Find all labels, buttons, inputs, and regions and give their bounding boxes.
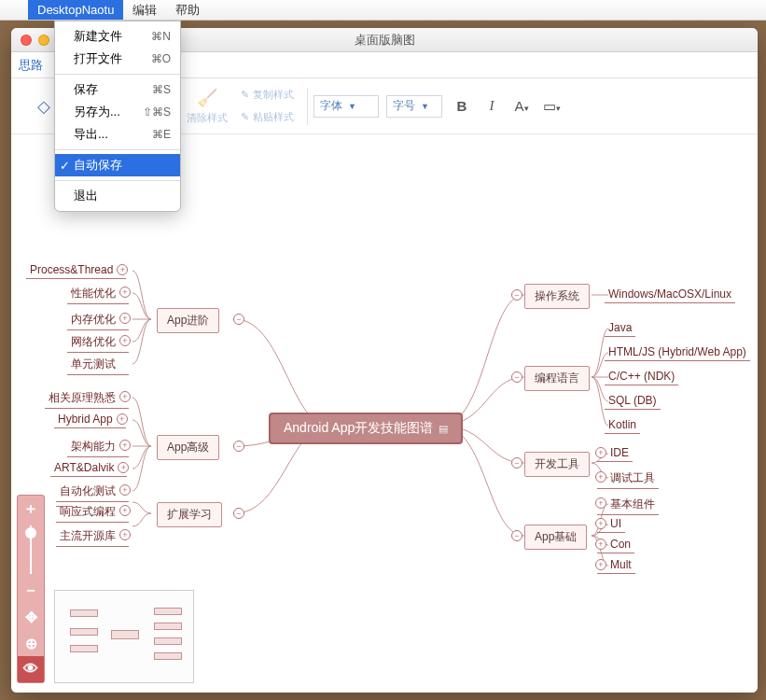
menu-export[interactable]: 导出...⌘E	[55, 123, 180, 146]
leaf[interactable]: Windows/MacOSX/Linux	[605, 286, 735, 303]
expand-port[interactable]: −	[511, 289, 522, 301]
expand-icon[interactable]: +	[119, 505, 131, 516]
expand-port[interactable]: −	[511, 530, 522, 541]
node-app-advance[interactable]: App进阶	[157, 308, 219, 333]
zoom-out-button[interactable]: −	[18, 578, 44, 604]
expand-icon[interactable]: +	[119, 313, 131, 324]
zoom-control: ＋ − ✥ ⊕ 👁	[17, 495, 45, 683]
chevron-down-icon: ▼	[348, 102, 356, 111]
expand-icon[interactable]: +	[119, 335, 131, 346]
leaf[interactable]: 自动化测试+	[56, 482, 129, 502]
leaf[interactable]: 内存优化+	[67, 310, 129, 330]
expand-port[interactable]: −	[511, 371, 522, 383]
leaf[interactable]: 主流开源库+	[56, 526, 129, 547]
node-basic[interactable]: App基础	[524, 525, 587, 550]
leaf[interactable]: +IDE	[597, 444, 633, 462]
copy-style-icon: ✎	[241, 89, 249, 101]
leaf[interactable]: 响应式编程+	[56, 502, 129, 523]
move-button[interactable]: ✥	[18, 604, 44, 630]
expand-icon[interactable]: +	[595, 539, 606, 550]
zoom-slider-handle[interactable]	[25, 527, 36, 539]
mindmap-canvas[interactable]: Android App开发技能图谱▤ App进阶 − App高级 − 扩展学习 …	[11, 134, 758, 693]
expand-icon[interactable]: +	[595, 497, 606, 509]
expand-icon[interactable]: +	[119, 529, 131, 540]
leaf[interactable]: Hybrid App+	[54, 411, 126, 428]
expand-icon[interactable]: +	[595, 471, 606, 483]
leaf[interactable]: +调试工具	[597, 469, 659, 489]
bold-button[interactable]: B	[452, 98, 472, 114]
minimap[interactable]	[54, 590, 194, 683]
expand-icon[interactable]: +	[119, 484, 131, 496]
leaf[interactable]: 单元测试	[67, 355, 129, 375]
tool-copy-paste-style: ✎复制样式 ✎粘贴样式	[232, 83, 301, 130]
expand-icon[interactable]: +	[119, 287, 131, 298]
check-icon: ✓	[60, 159, 70, 173]
fill-color-button[interactable]: ▭▾	[541, 98, 562, 115]
leaf[interactable]: 相关原理熟悉+	[45, 388, 129, 409]
clear-style-icon: 🧹	[196, 87, 218, 109]
leaf[interactable]: C/C++ (NDK)	[605, 368, 678, 385]
chevron-down-icon: ▼	[421, 102, 429, 111]
leaf[interactable]: 架构能力+	[67, 437, 129, 457]
italic-button[interactable]: I	[481, 98, 502, 114]
node-lang[interactable]: 编程语言	[524, 366, 590, 391]
leaf[interactable]: SQL (DB)	[605, 392, 661, 410]
node-central[interactable]: Android App开发技能图谱▤	[269, 413, 463, 444]
leaf[interactable]: +UI	[597, 515, 625, 533]
expand-port[interactable]: −	[233, 314, 244, 325]
menu-auto-save[interactable]: ✓自动保存	[55, 154, 180, 176]
expand-port[interactable]: −	[233, 441, 244, 452]
leaf[interactable]: +基本组件	[597, 495, 659, 515]
expand-port[interactable]: −	[511, 457, 522, 469]
menubar-edit[interactable]: 编辑	[123, 0, 166, 20]
expand-icon[interactable]: +	[117, 413, 128, 425]
leaf[interactable]: Kotlin	[605, 416, 640, 434]
menu-open-file[interactable]: 打开文件⌘O	[55, 48, 180, 70]
menubar-help[interactable]: 帮助	[166, 0, 209, 20]
zoom-in-button[interactable]: ＋	[18, 496, 44, 522]
expand-icon[interactable]: +	[119, 391, 131, 402]
menu-save[interactable]: 保存⌘S	[55, 78, 180, 101]
menu-quit[interactable]: 退出	[55, 185, 180, 207]
font-color-button[interactable]: A▾	[511, 98, 532, 114]
node-extend[interactable]: 扩展学习	[157, 502, 222, 527]
expand-icon[interactable]: +	[595, 559, 606, 570]
tool-clear-style[interactable]: 🧹 清除样式	[182, 83, 232, 130]
expand-icon[interactable]: +	[119, 440, 131, 451]
leaf[interactable]: Java	[605, 319, 635, 337]
leaf[interactable]: Process&Thread+	[26, 261, 126, 279]
leaf[interactable]: +Mult	[597, 556, 635, 574]
leaf[interactable]: 网络优化+	[67, 332, 129, 353]
menu-new-file[interactable]: 新建文件⌘N	[55, 25, 180, 48]
locate-button[interactable]: ⊕	[18, 630, 44, 656]
menu-save-as[interactable]: 另存为...⇧⌘S	[55, 101, 180, 123]
preview-toggle-button[interactable]: 👁	[18, 656, 44, 682]
note-icon[interactable]: ▤	[439, 423, 448, 435]
node-os[interactable]: 操作系统	[524, 284, 590, 309]
node-app-senior[interactable]: App高级	[157, 435, 219, 460]
node-tools[interactable]: 开发工具	[524, 452, 590, 477]
expand-icon[interactable]: +	[595, 518, 606, 529]
expand-icon[interactable]: +	[117, 264, 128, 275]
minimize-window-button[interactable]	[38, 35, 49, 46]
leaf[interactable]: HTML/JS (Hybrid/Web App)	[605, 343, 750, 361]
menubar-app[interactable]: DesktopNaotu	[28, 0, 123, 20]
expand-icon[interactable]: +	[595, 447, 606, 458]
close-window-button[interactable]	[21, 35, 32, 46]
node-icon: ◇	[33, 95, 55, 118]
expand-icon[interactable]: +	[118, 462, 129, 473]
copy-style[interactable]: ✎复制样式	[241, 85, 294, 105]
expand-port[interactable]: −	[233, 508, 244, 519]
app-dropdown-menu: 新建文件⌘N 打开文件⌘O 保存⌘S 另存为...⇧⌘S 导出...⌘E ✓自动…	[54, 21, 181, 212]
sidebar-tab-silu[interactable]: 思路	[19, 57, 43, 74]
paste-style-icon: ✎	[241, 111, 249, 123]
leaf[interactable]: ART&Dalvik+	[50, 459, 127, 477]
paste-style[interactable]: ✎粘贴样式	[241, 107, 294, 128]
leaf[interactable]: 性能优化+	[67, 284, 129, 304]
font-family-select[interactable]: 字体▼	[313, 95, 379, 118]
leaf[interactable]: +Con	[597, 536, 634, 553]
zoom-slider[interactable]	[18, 522, 44, 578]
font-size-select[interactable]: 字号▼	[386, 95, 442, 118]
